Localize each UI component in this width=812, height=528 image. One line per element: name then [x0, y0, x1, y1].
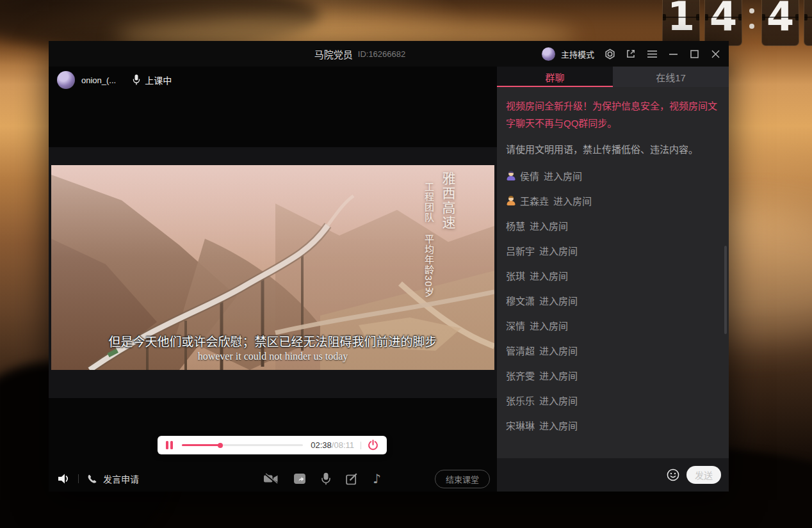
host-avatar: [542, 47, 555, 61]
chat-tabs: 群聊 在线17: [497, 67, 729, 87]
toolbar-divider: [78, 474, 79, 483]
event-user-name: 宋琳琳: [506, 419, 535, 432]
event-user-name: 张齐雯: [506, 369, 535, 382]
speech-request-button[interactable]: 发言申请: [86, 472, 139, 485]
flip-clock-widget: 144: [662, 0, 812, 46]
chat-event-row: 宋琳琳进入房间: [506, 413, 720, 438]
video-overlay-subtitles: 工程团队 平均年龄30岁: [422, 182, 435, 298]
clock-digit-card: [804, 0, 812, 46]
presenter-row: onion_(... 上课中: [57, 71, 172, 89]
mic-status: 上课中: [133, 74, 172, 86]
event-action: 进入房间: [539, 244, 578, 257]
microphone-icon: [133, 74, 140, 86]
event-user-name: 深情: [506, 319, 525, 332]
chat-message-input[interactable]: [505, 458, 666, 492]
clock-digit-card: 4: [761, 0, 799, 46]
event-action: 进入房间: [539, 419, 578, 432]
speaker-icon[interactable]: [57, 473, 70, 484]
progress-bar[interactable]: [182, 444, 304, 446]
music-icon[interactable]: ♪: [373, 472, 381, 485]
current-time: 02:38: [311, 440, 332, 450]
event-action: 进入房间: [530, 219, 568, 232]
app-window: 马院党员 ID:16266682 主持模式: [49, 41, 729, 492]
member-rank-icon: [506, 171, 516, 180]
maximize-button[interactable]: [688, 48, 700, 60]
video-overlay-team: 工程团队: [422, 182, 435, 223]
video-frame: 雅西高速 工程团队 平均年龄30岁 但是今天他们或许会欣慰；禁区已经无法阻碍我们…: [51, 165, 494, 370]
clock-digit-card: 1: [662, 0, 700, 46]
chat-event-row: 吕新宇进入房间: [506, 238, 720, 263]
camera-off-icon[interactable]: [263, 473, 279, 484]
chat-messages: 视频房间全新升级！为保护信息安全，视频房间文字聊天不再与QQ群同步。 请使用文明…: [497, 87, 729, 458]
event-user-name: 穆文潇: [506, 294, 535, 307]
subtitle-english: however it could not hinder us today: [51, 351, 494, 362]
event-user-name: 吕新宇: [506, 244, 535, 257]
bottom-toolbar: 发言申请: [49, 466, 497, 492]
send-button[interactable]: 发送: [686, 466, 721, 484]
member-rank-icon: [506, 196, 516, 205]
host-mode-label: 主持模式: [561, 48, 594, 60]
player-bar: 02:38/08:11: [158, 436, 387, 454]
tab-group-chat[interactable]: 群聊: [497, 67, 613, 87]
system-notice: 视频房间全新升级！为保护信息安全，视频房间文字聊天不再与QQ群同步。: [506, 97, 717, 132]
event-action: 进入房间: [553, 194, 592, 207]
progress-fill: [182, 444, 221, 446]
chat-input-row: 发送: [497, 458, 729, 492]
microphone-toolbar-icon[interactable]: [321, 472, 331, 485]
window-title: 马院党员: [314, 47, 353, 61]
event-action: 进入房间: [539, 394, 578, 407]
event-user-name: 杨慧: [506, 219, 525, 232]
event-user-name: 张琪: [506, 269, 525, 282]
video-panel: onion_(... 上课中: [49, 67, 497, 492]
event-action: 进入房间: [530, 269, 568, 282]
emoji-icon[interactable]: [666, 468, 680, 482]
subtitle-chinese: 但是今天他们或许会欣慰；禁区已经无法阻碍我们前进的脚步: [51, 332, 494, 349]
chat-event-row: 张琪进入房间: [506, 263, 720, 288]
chat-event-row: 杨慧进入房间: [506, 213, 720, 238]
event-action: 进入房间: [544, 169, 582, 182]
minimize-button[interactable]: [667, 48, 679, 60]
event-action: 进入房间: [539, 344, 578, 357]
chat-event-row: 侯倩进入房间: [506, 163, 720, 188]
event-action: 进入房间: [539, 369, 578, 382]
room-id: ID:16266682: [358, 49, 405, 59]
chat-events-list: 侯倩进入房间王森垚进入房间杨慧进入房间吕新宇进入房间张琪进入房间穆文潇进入房间深…: [506, 163, 720, 438]
chat-panel: 群聊 在线17 视频房间全新升级！为保护信息安全，视频房间文字聊天不再与QQ群同…: [497, 67, 729, 492]
screen-share-icon[interactable]: [293, 473, 306, 484]
event-user-name: 王森垚: [520, 194, 549, 207]
event-action: 进入房间: [530, 319, 568, 332]
stop-media-button[interactable]: [368, 440, 378, 451]
speech-request-label: 发言申请: [103, 472, 139, 485]
class-status-label: 上课中: [145, 74, 172, 86]
tab-online-members[interactable]: 在线17: [613, 67, 729, 87]
phone-icon: [86, 474, 97, 484]
progress-knob[interactable]: [218, 443, 223, 448]
clock-colon: [747, 0, 757, 46]
total-time: /08:11: [332, 440, 354, 450]
chat-event-row: 穆文潇进入房间: [506, 288, 720, 313]
time-display: 02:38/08:11: [311, 440, 354, 450]
event-user-name: 管清超: [506, 344, 535, 357]
chat-event-row: 王森垚进入房间: [506, 188, 720, 213]
close-button[interactable]: [710, 48, 721, 60]
event-action: 进入房间: [539, 294, 578, 307]
chat-event-row: 张齐雯进入房间: [506, 363, 720, 388]
chat-event-row: 管清超进入房间: [506, 338, 720, 363]
video-stage: 雅西高速 工程团队 平均年龄30岁 但是今天他们或许会欣慰；禁区已经无法阻碍我们…: [49, 147, 497, 398]
menu-icon[interactable]: [646, 48, 658, 60]
chat-event-row: 深情进入房间: [506, 313, 720, 338]
pause-button[interactable]: [166, 441, 173, 449]
video-overlay-age: 平均年龄30岁: [422, 234, 435, 298]
end-class-button[interactable]: 结束课堂: [435, 470, 490, 488]
chat-scrollbar[interactable]: [724, 246, 727, 334]
clock-digit-card: 4: [704, 0, 742, 46]
rules-notice: 请使用文明用语，禁止传播低俗、违法内容。: [506, 141, 717, 158]
desktop-wallpaper: 144 马院党员 ID:16266682 主持模式: [0, 0, 812, 528]
player-separator: [361, 442, 361, 449]
event-user-name: 侯倩: [520, 169, 539, 182]
settings-gear-icon[interactable]: [604, 48, 615, 60]
edit-icon[interactable]: [346, 473, 358, 485]
title-bar: 马院党员 ID:16266682 主持模式: [49, 41, 729, 67]
event-user-name: 张乐乐: [506, 394, 535, 407]
popout-icon[interactable]: [625, 48, 637, 60]
